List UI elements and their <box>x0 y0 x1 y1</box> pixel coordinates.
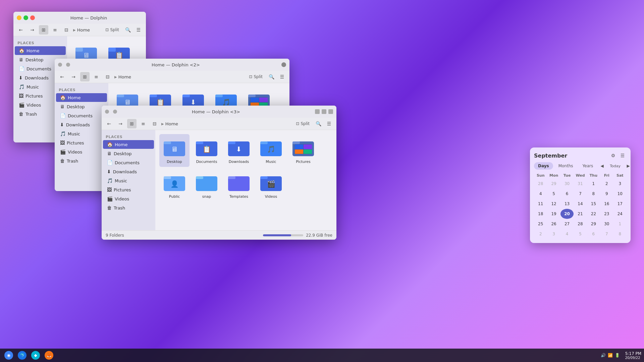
taskbar-network-icon[interactable]: 📶 <box>608 353 613 358</box>
cal-day-1-2[interactable]: 6 <box>560 189 574 199</box>
cal-day-2-2[interactable]: 13 <box>560 199 574 209</box>
cal-day-1-1[interactable]: 5 <box>547 189 560 199</box>
circle-btn-3[interactable] <box>105 110 109 114</box>
menu-btn-1[interactable]: ☰ <box>134 25 143 35</box>
taskbar-volume-icon[interactable]: 🔊 <box>601 353 606 358</box>
cal-day-1-5[interactable]: 9 <box>600 189 613 199</box>
sidebar-videos-3[interactable]: 🎬 Videos <box>103 194 154 203</box>
file-videos-3[interactable]: 🎬 Videos <box>256 169 286 202</box>
cal-tab-days[interactable]: Days <box>534 162 553 170</box>
forward-btn-2[interactable]: → <box>69 72 78 81</box>
cal-day-2-0[interactable]: 11 <box>534 199 547 209</box>
sidebar-desktop-2[interactable]: 🖥 Desktop <box>56 102 107 111</box>
cal-day-3-2[interactable]: 20 <box>560 209 574 219</box>
cal-day-4-5[interactable]: 30 <box>600 219 613 229</box>
cal-day-3-4[interactable]: 22 <box>587 209 600 219</box>
split-btn-3[interactable]: ⊡Split <box>293 120 312 127</box>
cal-day-5-4[interactable]: 6 <box>587 229 600 239</box>
taskbar-app3[interactable]: ◆ <box>30 349 42 361</box>
sidebar-videos-2[interactable]: 🎬 Videos <box>56 147 107 156</box>
maximize-3[interactable]: □ <box>322 109 326 114</box>
sidebar-documents-3[interactable]: 📄 Documents <box>103 158 154 167</box>
cal-day-3-0[interactable]: 18 <box>534 209 547 219</box>
file-pictures-3[interactable]: Pictures <box>288 134 318 167</box>
calendar-settings-icon[interactable]: ⚙ <box>609 152 617 160</box>
cal-tab-years[interactable]: Years <box>579 162 597 170</box>
cal-day-4-0[interactable]: 25 <box>534 219 547 229</box>
back-btn-1[interactable]: ← <box>16 25 25 35</box>
cal-day-2-1[interactable]: 12 <box>547 199 560 209</box>
cal-day-2-6[interactable]: 17 <box>613 199 627 209</box>
calendar-menu-icon[interactable]: ☰ <box>619 152 627 160</box>
taskbar-firefox[interactable]: 🦊 <box>43 349 55 361</box>
cal-day-5-0[interactable]: 2 <box>534 229 547 239</box>
cal-day-5-3[interactable]: 5 <box>574 229 587 239</box>
split-btn-2[interactable]: ⊡Split <box>246 73 265 80</box>
cal-day-0-2[interactable]: 30 <box>560 179 574 189</box>
list-view-btn-2[interactable]: ≡ <box>92 72 101 81</box>
grid-view-btn-3[interactable]: ⊞ <box>127 119 137 128</box>
file-public-3[interactable]: 👤 Public <box>159 169 190 202</box>
back-btn-2[interactable]: ← <box>57 72 67 81</box>
close-btn-2[interactable]: ✕ <box>281 62 286 67</box>
menu-btn-3[interactable]: ☰ <box>324 119 334 128</box>
cal-day-0-3[interactable]: 31 <box>574 179 587 189</box>
minimize-btn-1[interactable]: ─ <box>17 15 21 20</box>
circle-btn2-2[interactable] <box>66 63 70 67</box>
sidebar-music-3[interactable]: 🎵 Music <box>103 176 154 185</box>
forward-btn-1[interactable]: → <box>28 25 37 35</box>
sidebar-downloads-3[interactable]: ⬇ Downloads <box>103 167 154 176</box>
cal-day-1-4[interactable]: 8 <box>587 189 600 199</box>
sidebar-trash-2[interactable]: 🗑 Trash <box>56 157 107 165</box>
cal-day-5-5[interactable]: 7 <box>600 229 613 239</box>
forward-btn-3[interactable]: → <box>116 119 125 128</box>
cal-day-0-5[interactable]: 2 <box>600 179 613 189</box>
cal-day-1-6[interactable]: 10 <box>613 189 627 199</box>
split-btn-1[interactable]: ⊡Split <box>103 26 122 33</box>
cal-day-3-1[interactable]: 19 <box>547 209 560 219</box>
file-snap-3[interactable]: snap <box>192 169 222 202</box>
taskbar-clock[interactable]: 5:17 PM 20/09/22 <box>625 351 641 360</box>
maximize-btn-1[interactable]: □ <box>23 15 28 20</box>
compact-view-btn-1[interactable]: ⊟ <box>62 25 71 35</box>
compact-view-btn-2[interactable]: ⊟ <box>103 72 112 81</box>
search-btn-1[interactable]: 🔍 <box>123 25 132 35</box>
taskbar-battery-icon[interactable]: 🔋 <box>615 353 620 358</box>
sidebar-downloads-2[interactable]: ⬇ Downloads <box>56 120 107 129</box>
sidebar-documents-2[interactable]: 📄 Documents <box>56 111 107 120</box>
close-btn-3[interactable]: ✕ <box>328 109 333 114</box>
cal-day-1-3[interactable]: 7 <box>574 189 587 199</box>
list-view-btn-3[interactable]: ≡ <box>139 119 148 128</box>
file-templates-3[interactable]: Templates <box>224 169 254 202</box>
menu-btn-2[interactable]: ☰ <box>277 72 287 81</box>
sidebar-home-3[interactable]: 🏠 Home <box>103 140 154 149</box>
search-btn-2[interactable]: 🔍 <box>267 72 276 81</box>
sidebar-trash-3[interactable]: 🗑 Trash <box>103 203 154 212</box>
close-btn-1[interactable]: ✕ <box>30 15 35 20</box>
cal-day-5-1[interactable]: 3 <box>547 229 560 239</box>
circle-btn-2[interactable] <box>58 63 62 67</box>
sidebar-item-home-1[interactable]: 🏠 Home <box>15 46 66 55</box>
list-view-btn-1[interactable]: ≡ <box>50 25 60 35</box>
file-music-3[interactable]: 🎵 Music <box>256 134 286 167</box>
cal-day-2-5[interactable]: 16 <box>600 199 613 209</box>
compact-view-btn-3[interactable]: ⊟ <box>150 119 159 128</box>
cal-day-1-0[interactable]: 4 <box>534 189 547 199</box>
cal-day-4-4[interactable]: 29 <box>587 219 600 229</box>
cal-day-4-3[interactable]: 28 <box>574 219 587 229</box>
cal-day-3-5[interactable]: 23 <box>600 209 613 219</box>
cal-day-4-6[interactable]: 1 <box>613 219 627 229</box>
cal-day-4-1[interactable]: 26 <box>547 219 560 229</box>
taskbar-app1[interactable]: ◉ <box>3 349 15 361</box>
sidebar-desktop-3[interactable]: 🖥 Desktop <box>103 149 154 158</box>
cal-day-0-4[interactable]: 1 <box>587 179 600 189</box>
file-documents-3[interactable]: 📋 Documents <box>192 134 222 167</box>
search-btn-3[interactable]: 🔍 <box>314 119 323 128</box>
cal-day-5-6[interactable]: 8 <box>613 229 627 239</box>
cal-day-5-2[interactable]: 4 <box>560 229 574 239</box>
cal-day-0-0[interactable]: 28 <box>534 179 547 189</box>
grid-view-btn-2[interactable]: ⊞ <box>80 72 90 81</box>
taskbar-dolphin[interactable]: 🐬 <box>16 349 28 361</box>
sidebar-pictures-2[interactable]: 🖼 Pictures <box>56 138 107 147</box>
cal-day-4-2[interactable]: 27 <box>560 219 574 229</box>
